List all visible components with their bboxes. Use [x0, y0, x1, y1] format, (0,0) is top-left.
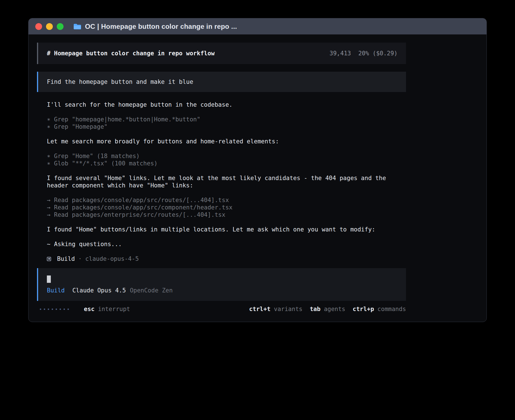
agent-name: Build — [57, 255, 75, 262]
status-bar: escinterrupt ctrl+tvariants tabagents ct… — [37, 305, 406, 313]
ctrl-t-key: ctrl+t — [249, 306, 270, 312]
terminal-window: OC | Homepage button color change in rep… — [28, 18, 487, 322]
assistant-working-status: ~ Asking questions... — [47, 240, 406, 248]
titlebar[interactable]: OC | Homepage button color change in rep… — [29, 18, 486, 34]
model-row: Build Claude Opus 4.5 OpenCode Zen — [47, 287, 398, 294]
session-stats: 39,41320% ($0.29) — [329, 50, 398, 57]
session-header: # Homepage button color change in repo w… — [37, 43, 406, 64]
agent-separator: · — [78, 255, 82, 262]
session-title: # Homepage button color change in repo w… — [47, 50, 215, 57]
text-cursor — [47, 275, 51, 283]
ctrl-p-key: ctrl+p — [353, 306, 374, 312]
tool-call-grep: ∗ Grep "Homepage" — [47, 123, 406, 130]
assistant-paragraph: I found "Home" buttons/links in multiple… — [47, 226, 406, 233]
assistant-paragraph: Let me search more broadly for buttons a… — [47, 138, 406, 145]
spinner — [40, 309, 69, 310]
commands-label: commands — [377, 306, 406, 312]
tool-call-read: → Read packages/console/app/src/componen… — [47, 204, 406, 211]
assistant-paragraph: I'll search for the homepage button in t… — [47, 101, 406, 108]
esc-label: interrupt — [98, 306, 130, 312]
shortcut-variants: ctrl+tvariants — [249, 305, 302, 313]
agent-model: claude-opus-4-5 — [85, 255, 139, 262]
window-title: OC | Homepage button color change in rep… — [85, 23, 237, 30]
terminal-content: # Homepage button color change in repo w… — [29, 34, 486, 313]
tool-call-read: → Read packages/enterprise/src/routes/[.… — [47, 211, 406, 218]
spinner-dot — [40, 309, 41, 310]
user-message-text: Find the homepage button and make it blu… — [47, 78, 193, 85]
esc-key: esc — [84, 306, 95, 312]
spinner-dot — [60, 309, 61, 310]
spinner-dot — [52, 309, 53, 310]
tool-call-glob: ∗ Glob "**/*.tsx" (100 matches) — [47, 160, 406, 167]
token-count: 39,413 — [329, 50, 351, 57]
close-button[interactable] — [35, 23, 42, 30]
shortcut-commands: ctrl+pcommands — [353, 305, 406, 313]
folder-icon — [73, 23, 82, 30]
status-bar-shortcuts: ctrl+tvariants tabagents ctrl+pcommands — [249, 305, 406, 313]
tool-call-group: ∗ Grep "Home" (18 matches) ∗ Glob "**/*.… — [47, 152, 406, 167]
prompt-input[interactable]: Build Claude Opus 4.5 OpenCode Zen — [37, 268, 406, 301]
agent-status-line: Build · claude-opus-4-5 — [47, 255, 406, 262]
tool-call-grep: ∗ Grep "homepage|home.*button|Home.*butt… — [47, 116, 406, 123]
variants-label: variants — [274, 306, 302, 312]
shortcut-agents: tabagents — [310, 305, 345, 313]
spinner-dot — [44, 309, 45, 310]
assistant-transcript: I'll search for the homepage button in t… — [47, 101, 406, 262]
spinner-dot — [48, 309, 49, 310]
agent-icon — [47, 257, 51, 261]
model-name[interactable]: Claude Opus 4.5 — [72, 287, 126, 294]
tab-key: tab — [310, 306, 320, 312]
context-usage: 20% ($0.29) — [358, 50, 398, 57]
tool-call-grep: ∗ Grep "Home" (18 matches) — [47, 152, 406, 160]
minimize-button[interactable] — [46, 23, 53, 30]
mode-label[interactable]: Build — [47, 287, 65, 294]
spinner-dot — [56, 309, 57, 310]
shortcut-interrupt: escinterrupt — [84, 305, 130, 313]
model-provider: OpenCode Zen — [130, 287, 173, 294]
spinner-dot — [64, 309, 65, 310]
zoom-button[interactable] — [57, 23, 64, 30]
tool-call-group: ∗ Grep "homepage|home.*button|Home.*butt… — [47, 116, 406, 130]
tool-call-group: → Read packages/console/app/src/routes/[… — [47, 196, 406, 218]
agents-label: agents — [324, 306, 345, 312]
tool-call-read: → Read packages/console/app/src/routes/[… — [47, 196, 406, 204]
spinner-dot — [67, 309, 69, 310]
user-message: Find the homepage button and make it blu… — [37, 72, 406, 92]
assistant-paragraph: I found several "Home" links. Let me loo… — [47, 174, 406, 189]
